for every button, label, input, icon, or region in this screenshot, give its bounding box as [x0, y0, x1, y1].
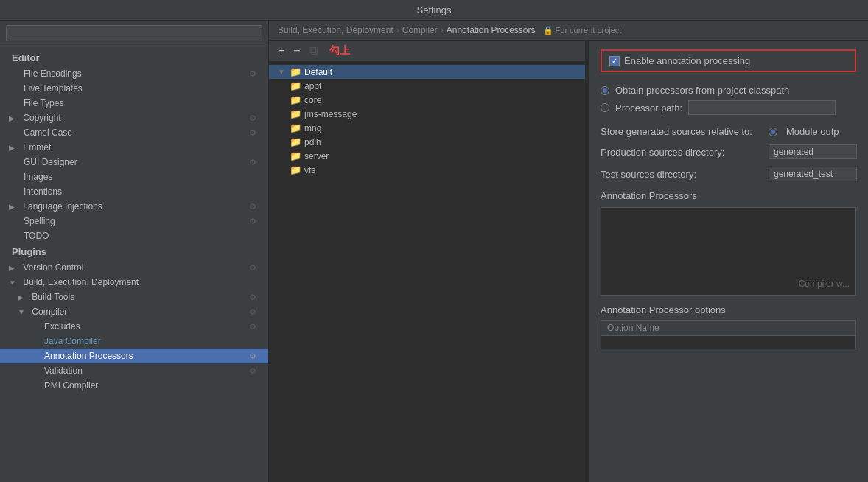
breadcrumb-compiler[interactable]: Compiler — [402, 25, 438, 35]
expander-build-exec: ▼ — [9, 279, 18, 287]
sidebar-section-editor: Editor — [0, 49, 268, 66]
sidebar-item-file-encodings[interactable]: File Encodings ⚙ — [0, 66, 268, 81]
tree-item-mng[interactable]: 📁 mng — [269, 121, 585, 135]
folder-icon-core: 📁 — [290, 94, 301, 105]
obtain-processors-label: Obtain processors from project classpath — [615, 85, 789, 96]
sidebar-item-language-injections[interactable]: ▶ Language Injections ⚙ — [0, 199, 268, 214]
copy-button[interactable]: ⧉ — [307, 43, 321, 58]
sidebar-item-live-templates[interactable]: Live Templates — [0, 81, 268, 96]
remove-button[interactable]: − — [290, 43, 303, 58]
annotation-processor-options-label: Annotation Processor options — [601, 304, 856, 315]
add-button[interactable]: + — [275, 43, 287, 58]
sidebar-item-intentions[interactable]: Intentions — [0, 184, 268, 199]
gear-icon-annotation: ⚙ — [249, 352, 256, 361]
settings-panel: ✓ Enable annotation processing Obtain pr… — [589, 41, 868, 482]
expander-vc: ▶ — [9, 264, 18, 272]
search-input[interactable] — [6, 25, 262, 41]
tree-item-appt[interactable]: 📁 appt — [269, 79, 585, 93]
sidebar-item-excludes[interactable]: Excludes ⚙ — [0, 319, 268, 334]
module-output-label: Module outp — [786, 126, 839, 137]
for-current-project-label: 🔒 For current project — [543, 26, 622, 35]
breadcrumb: Build, Execution, Deployment › Compiler … — [269, 21, 868, 41]
test-sources-row: Test sources directory: — [601, 167, 856, 181]
folder-icon-vfs: 📁 — [290, 164, 301, 175]
title-bar: Settings — [0, 0, 868, 21]
sidebar-item-rmi-compiler[interactable]: RMI Compiler — [0, 378, 268, 393]
obtain-processors-radio[interactable]: Obtain processors from project classpath — [601, 83, 856, 98]
tree-item-pdjh[interactable]: 📁 pdjh — [269, 135, 585, 149]
store-generated-row: Store generated sources relative to: Mod… — [601, 126, 856, 137]
test-sources-input[interactable] — [769, 167, 857, 181]
tree-content: ▼ 📁 Default 📁 appt 📁 core 📁 — [269, 62, 585, 482]
enable-annotation-checkbox[interactable]: ✓ — [609, 56, 620, 66]
gear-icon-gui: ⚙ — [249, 158, 256, 167]
right-panel: Build, Execution, Deployment › Compiler … — [269, 21, 868, 482]
test-sources-label: Test sources directory: — [601, 169, 763, 180]
gear-icon-spelling: ⚙ — [249, 217, 256, 226]
sidebar-item-camel-case[interactable]: Camel Case ⚙ — [0, 125, 268, 140]
annotation-processors-section-label: Annotation Processors — [601, 190, 856, 201]
folder-icon-jms: 📁 — [290, 108, 301, 119]
enable-annotation-label[interactable]: ✓ Enable annotation processing — [609, 55, 750, 66]
sidebar-item-annotation-processors[interactable]: Annotation Processors ⚙ — [0, 349, 268, 363]
folder-icon-pdjh: 📁 — [290, 136, 301, 147]
sidebar-item-java-compiler[interactable]: Java Compiler — [0, 334, 268, 349]
sidebar-item-validation[interactable]: Validation ⚙ — [0, 363, 268, 378]
gear-icon: ⚙ — [249, 69, 256, 79]
breadcrumb-current: Annotation Processors — [447, 25, 536, 35]
processor-path-radio-btn[interactable] — [601, 103, 609, 112]
annotation-processor-options-table: Option Name — [601, 320, 856, 349]
folder-icon-appt: 📁 — [290, 80, 301, 91]
processor-path-input[interactable] — [688, 100, 836, 115]
tree-expander-default: ▼ — [278, 68, 287, 76]
sidebar-item-gui-designer[interactable]: GUI Designer ⚙ — [0, 155, 268, 170]
search-bar — [0, 21, 268, 46]
tree-panel: + − ⧉ 勾上 ▼ 📁 Default 📁 appt — [269, 41, 586, 482]
sidebar-item-copyright[interactable]: ▶ Copyright ⚙ — [0, 111, 268, 125]
breadcrumb-build[interactable]: Build, Execution, Deployment — [278, 25, 393, 35]
module-output-radio[interactable] — [769, 128, 777, 136]
sidebar-section-plugins: Plugins — [0, 243, 268, 260]
gear-icon-excludes: ⚙ — [249, 322, 256, 332]
folder-icon-server: 📁 — [290, 150, 301, 161]
gear-icon-compiler: ⚙ — [249, 307, 256, 317]
split-view: + − ⧉ 勾上 ▼ 📁 Default 📁 appt — [269, 41, 868, 482]
processor-path-radio[interactable]: Processor path: — [601, 98, 856, 117]
gear-icon-lang: ⚙ — [249, 202, 256, 212]
processor-source-group: Obtain processors from project classpath… — [601, 83, 856, 117]
gear-icon-copyright: ⚙ — [249, 113, 256, 123]
option-name-header: Option Name — [601, 321, 855, 336]
obtain-processors-radio-btn[interactable] — [601, 86, 609, 95]
sidebar-item-version-control[interactable]: ▶ Version Control ⚙ — [0, 260, 268, 275]
sidebar-item-spelling[interactable]: Spelling ⚙ — [0, 214, 268, 228]
sidebar-item-build-tools[interactable]: ▶ Build Tools ⚙ — [0, 290, 268, 304]
sidebar-item-todo[interactable]: TODO — [0, 228, 268, 243]
sidebar-item-emmet[interactable]: ▶ Emmet — [0, 140, 268, 155]
tree-item-jms-message[interactable]: 📁 jms-message — [269, 107, 585, 121]
tree-item-default[interactable]: ▼ 📁 Default — [269, 65, 585, 79]
tree-item-vfs[interactable]: 📁 vfs — [269, 163, 585, 177]
tree-item-server[interactable]: 📁 server — [269, 149, 585, 163]
chinese-label: 勾上 — [329, 44, 350, 57]
annotation-processors-table: Compiler w... — [601, 207, 856, 296]
tree-item-core[interactable]: 📁 core — [269, 93, 585, 107]
sidebar-item-compiler[interactable]: ▼ Compiler ⚙ — [0, 304, 268, 319]
window-title: Settings — [417, 4, 452, 15]
gear-icon-build-tools: ⚙ — [249, 293, 256, 302]
folder-icon-mng: 📁 — [290, 122, 301, 133]
sidebar-content: Editor File Encodings ⚙ Live Templates F… — [0, 46, 268, 482]
enable-annotation-section: ✓ Enable annotation processing — [601, 49, 856, 72]
gear-icon-vc: ⚙ — [249, 263, 256, 273]
sidebar-item-images[interactable]: Images — [0, 170, 268, 184]
expander-copyright: ▶ — [9, 114, 18, 122]
sidebar-item-file-types[interactable]: File Types — [0, 96, 268, 111]
production-sources-input[interactable] — [769, 144, 857, 159]
sidebar-item-build-execution[interactable]: ▼ Build, Execution, Deployment — [0, 275, 268, 290]
store-generated-label: Store generated sources relative to: — [601, 126, 763, 137]
expander-emmet: ▶ — [9, 144, 18, 152]
folder-icon-default: 📁 — [290, 66, 301, 77]
production-sources-row: Production sources directory: — [601, 144, 856, 159]
enable-annotation-text: Enable annotation processing — [624, 55, 750, 66]
expander-compiler: ▼ — [18, 308, 27, 316]
sidebar: Editor File Encodings ⚙ Live Templates F… — [0, 21, 269, 482]
